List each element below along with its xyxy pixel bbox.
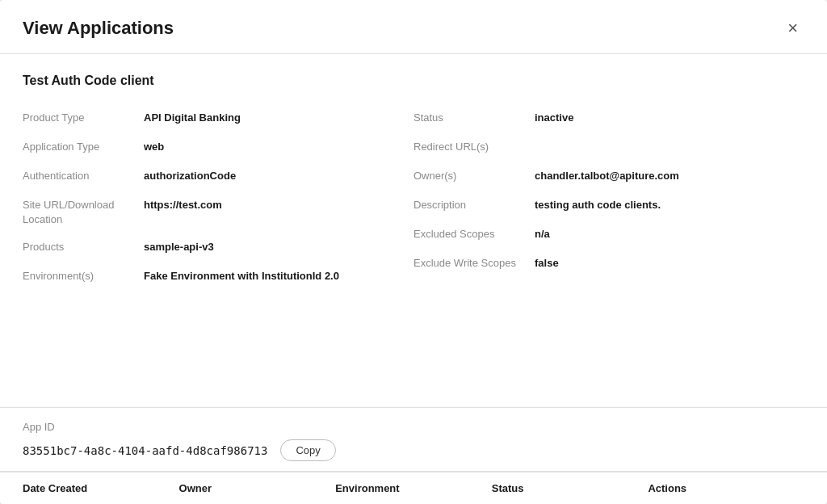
detail-label: Status bbox=[414, 111, 535, 125]
detail-value: testing auth code clients. bbox=[535, 198, 661, 212]
detail-label: Redirect URL(s) bbox=[414, 140, 535, 154]
detail-row: Redirect URL(s) bbox=[414, 133, 804, 162]
copy-button[interactable]: Copy bbox=[280, 439, 335, 461]
modal-header: View Applications × bbox=[0, 0, 827, 54]
detail-label: Exclude Write Scopes bbox=[414, 256, 535, 271]
detail-value: inactive bbox=[535, 111, 573, 125]
table-header: Date CreatedOwnerEnvironmentStatusAction… bbox=[0, 472, 827, 504]
table-header-cell: Status bbox=[492, 482, 649, 494]
app-id-row: 83551bc7-4a8c-4104-aafd-4d8caf986713 Cop… bbox=[23, 439, 804, 461]
detail-row: Products sample-api-v3 bbox=[23, 233, 414, 262]
detail-row: Site URL/Download Location https://test.… bbox=[23, 191, 414, 233]
detail-value: n/a bbox=[535, 227, 550, 242]
detail-row: Product Type API Digital Banking bbox=[23, 104, 414, 133]
detail-row: Excluded Scopes n/a bbox=[414, 220, 804, 250]
app-id-label: App ID bbox=[23, 421, 804, 433]
detail-label: Product Type bbox=[23, 111, 144, 125]
detail-value: false bbox=[535, 256, 559, 271]
detail-label: Authentication bbox=[23, 169, 144, 183]
detail-row: Description testing auth code clients. bbox=[414, 191, 804, 220]
detail-label: Excluded Scopes bbox=[414, 227, 535, 242]
table-header-cell: Actions bbox=[648, 482, 804, 494]
left-column: Product Type API Digital Banking Applica… bbox=[23, 104, 414, 292]
detail-row: Exclude Write Scopes false bbox=[414, 250, 804, 279]
details-grid: Product Type API Digital Banking Applica… bbox=[23, 104, 804, 292]
detail-label: Owner(s) bbox=[414, 169, 535, 183]
modal-body: Test Auth Code client Product Type API D… bbox=[0, 54, 827, 394]
detail-label: Site URL/Download Location bbox=[23, 198, 144, 227]
detail-value: chandler.talbot@apiture.com bbox=[535, 169, 679, 183]
table-header-cell: Date Created bbox=[23, 482, 179, 494]
view-applications-modal: View Applications × Test Auth Code clien… bbox=[0, 0, 827, 504]
close-button[interactable]: × bbox=[781, 16, 804, 40]
right-column: Status inactive Redirect URL(s) Owner(s)… bbox=[414, 104, 804, 292]
application-name: Test Auth Code client bbox=[23, 74, 804, 88]
detail-row: Owner(s) chandler.talbot@apiture.com bbox=[414, 162, 804, 191]
detail-value: web bbox=[144, 140, 164, 154]
app-id-value: 83551bc7-4a8c-4104-aafd-4d8caf986713 bbox=[23, 444, 267, 457]
detail-row: Status inactive bbox=[414, 104, 804, 133]
app-id-section: App ID 83551bc7-4a8c-4104-aafd-4d8caf986… bbox=[0, 408, 827, 471]
detail-label: Products bbox=[23, 240, 144, 254]
detail-value: Fake Environment with InstitutionId 2.0 bbox=[144, 269, 339, 284]
detail-value: API Digital Banking bbox=[144, 111, 241, 125]
detail-label: Application Type bbox=[23, 140, 144, 154]
detail-value: authorizationCode bbox=[144, 169, 236, 183]
detail-row: Application Type web bbox=[23, 133, 414, 162]
detail-row: Authentication authorizationCode bbox=[23, 162, 414, 191]
detail-value: https://test.com bbox=[144, 198, 222, 212]
table-header-cell: Owner bbox=[179, 482, 336, 494]
detail-label: Environment(s) bbox=[23, 269, 144, 284]
detail-label: Description bbox=[414, 198, 535, 212]
detail-value: sample-api-v3 bbox=[144, 240, 214, 254]
detail-row: Environment(s) Fake Environment with Ins… bbox=[23, 262, 414, 292]
table-header-cell: Environment bbox=[335, 482, 492, 494]
modal-title: View Applications bbox=[23, 18, 174, 39]
